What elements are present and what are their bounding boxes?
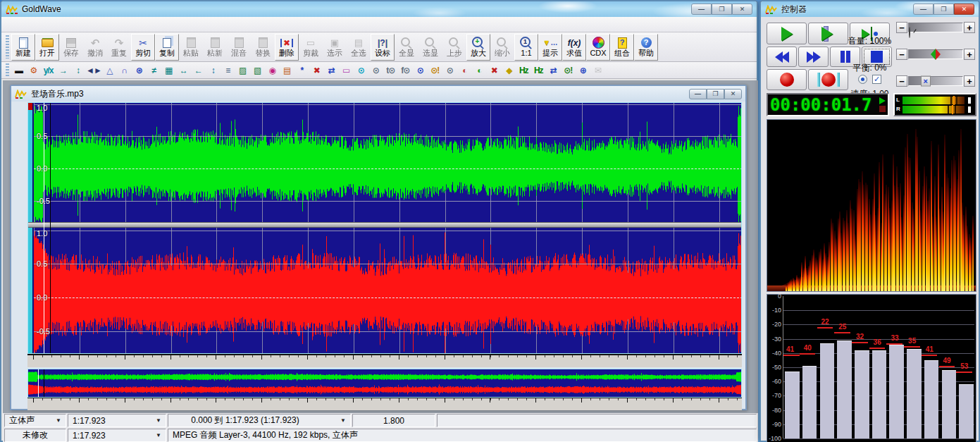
dropdown-arrow-icon[interactable]: ▼ <box>151 432 161 438</box>
menu-item[interactable] <box>62 23 76 26</box>
dropdown-arrow-icon[interactable]: ▼ <box>336 417 346 424</box>
effect-button[interactable]: ⚙ <box>26 63 41 78</box>
balance-thumb[interactable] <box>931 49 941 60</box>
doc-restore-button[interactable]: ❐ <box>707 89 724 99</box>
toolbar-button[interactable]: 组合 <box>610 34 634 61</box>
volume-slider[interactable]: − + <box>896 21 975 34</box>
left-channel-waveform[interactable]: 1.0 0.5 0.0 -0.5 <box>34 103 742 222</box>
document-titlebar[interactable]: 登场音乐.mp3 — ❐ ✕ <box>11 86 745 102</box>
maximize-button[interactable]: ❐ <box>712 4 732 15</box>
toolbar-button[interactable]: 粘新 <box>203 34 227 61</box>
effect-button[interactable]: ⊙ <box>413 63 428 78</box>
effect-button[interactable]: ▭ <box>339 63 354 78</box>
toolbar-button[interactable]: 复制 <box>155 34 179 61</box>
record-mode-radio[interactable] <box>858 75 867 84</box>
channel-divider[interactable] <box>28 222 741 228</box>
playback-cursor[interactable] <box>50 103 51 353</box>
toolbar-button[interactable]: 求值 <box>562 34 586 61</box>
main-time-axis[interactable] <box>27 354 742 367</box>
effect-button[interactable]: ↕ <box>206 63 221 78</box>
dropdown-arrow-icon[interactable]: ▼ <box>151 417 161 424</box>
toolbar-button[interactable]: 上步 <box>442 34 466 61</box>
length-cell[interactable]: 1:17.923▼ <box>68 414 166 427</box>
toolbar-button[interactable]: 保存 <box>59 34 83 61</box>
main-titlebar[interactable]: GoldWave — ❐ ✕ <box>1 1 757 17</box>
balance-minus-button[interactable]: − <box>896 49 907 60</box>
minimize-button[interactable]: — <box>691 4 712 15</box>
toolbar-button[interactable]: 全显 <box>395 34 418 61</box>
menu-item[interactable] <box>34 23 48 26</box>
effect-button[interactable]: ▬ <box>11 63 26 78</box>
toolbar-button[interactable]: 重复 <box>107 34 131 61</box>
menu-item[interactable] <box>76 23 90 26</box>
effect-button[interactable]: ✉ <box>590 63 605 78</box>
doc-minimize-button[interactable]: — <box>689 89 707 99</box>
effect-button[interactable]: ◉ <box>265 63 280 78</box>
speed-slider[interactable]: − × + <box>896 75 975 87</box>
controller-titlebar[interactable]: 控制器 — ❐ ✕ <box>761 1 979 17</box>
ctrl-minimize-button[interactable]: — <box>913 4 934 15</box>
effect-button[interactable]: ▦ <box>161 63 176 78</box>
speed-plus-button[interactable]: + <box>964 75 975 87</box>
toolbar-button[interactable]: 替换 <box>251 34 275 61</box>
effect-button[interactable]: ⊙ <box>368 63 383 78</box>
channel-mode-cell[interactable]: 立体声▼ <box>4 414 66 427</box>
toolbar-button[interactable]: 打开 <box>35 34 59 61</box>
waveform-panel[interactable]: 1.0 0.5 0.0 -0.5 1.0 0.5 0.0 -0.5 <box>27 102 742 354</box>
effect-button[interactable]: ⇄ <box>546 63 561 78</box>
effect-button[interactable]: ⊙ <box>354 63 368 78</box>
effect-button[interactable]: ✖ <box>309 63 324 78</box>
effect-button[interactable]: f⊙ <box>398 63 413 78</box>
toolbar-button[interactable]: 全选 <box>347 34 371 61</box>
volume-plus-button[interactable]: + <box>964 22 975 33</box>
ctrl-close-button[interactable]: ✕ <box>954 4 974 15</box>
effect-button[interactable]: ▨ <box>235 63 250 78</box>
speed-minus-button[interactable]: − <box>896 75 907 87</box>
effect-button[interactable]: ✖ <box>487 63 502 78</box>
volume-minus-button[interactable]: − <box>896 22 907 33</box>
menu-item[interactable] <box>90 23 104 26</box>
overview-strip[interactable] <box>27 369 742 398</box>
toolbar-button[interactable]: 提示 <box>538 34 562 61</box>
dropdown-arrow-icon[interactable]: ▼ <box>51 417 61 424</box>
toolbar-button[interactable]: 放大 <box>466 34 490 61</box>
balance-plus-button[interactable]: + <box>964 49 975 60</box>
menu-item[interactable] <box>20 23 34 26</box>
toolbar-grip[interactable] <box>6 35 9 59</box>
toolbar-grip[interactable] <box>6 63 9 76</box>
toolbar-button[interactable]: 剪切 <box>131 34 155 61</box>
effect-button[interactable]: ◐ <box>472 63 487 78</box>
effect-button[interactable]: y/x <box>41 63 56 78</box>
effect-button[interactable]: ⊙! <box>428 63 442 78</box>
toolbar-button[interactable]: 1:1 <box>514 34 538 61</box>
balance-slider[interactable]: − + <box>896 48 975 61</box>
speed-thumb[interactable]: × <box>921 76 931 87</box>
overview-selection-marker[interactable] <box>38 369 39 397</box>
toolbar-button[interactable]: 新建 <box>11 34 35 61</box>
ctrl-maximize-button[interactable]: ❐ <box>934 4 954 15</box>
effect-button[interactable]: ↔ <box>176 63 191 78</box>
overview-cursor[interactable] <box>44 369 44 397</box>
effect-button[interactable]: ↕ <box>70 63 85 78</box>
effect-button[interactable]: ⇄ <box>324 63 339 78</box>
effect-button[interactable]: ⊙ <box>442 63 457 78</box>
toolbar-button[interactable]: 帮助 <box>634 34 658 61</box>
effect-button[interactable]: ◐ <box>457 63 472 78</box>
toolbar-button[interactable]: CDX <box>586 34 610 61</box>
effect-button[interactable]: ⊛ <box>132 63 147 78</box>
effect-button[interactable]: ▤ <box>280 63 294 78</box>
toolbar-button[interactable]: 选示 <box>323 34 347 61</box>
effect-button[interactable]: ∩ <box>117 63 132 78</box>
effect-button[interactable]: t⊙ <box>383 63 398 78</box>
effect-button[interactable]: ⊙! <box>561 63 576 78</box>
doc-close-button[interactable]: ✕ <box>724 89 742 99</box>
menu-item[interactable] <box>104 23 118 26</box>
menu-item[interactable] <box>48 23 62 26</box>
effect-button[interactable]: Hz <box>531 63 546 78</box>
right-channel-waveform[interactable]: 1.0 0.5 0.0 -0.5 <box>34 228 742 354</box>
effect-button[interactable]: ⊕ <box>576 63 590 78</box>
toolbar-button[interactable]: 粘贴 <box>179 34 203 61</box>
toolbar-button[interactable]: 缩小 <box>490 34 514 61</box>
toolbar-button[interactable]: 混音 <box>227 34 251 61</box>
overview-time-axis[interactable] <box>27 398 742 410</box>
